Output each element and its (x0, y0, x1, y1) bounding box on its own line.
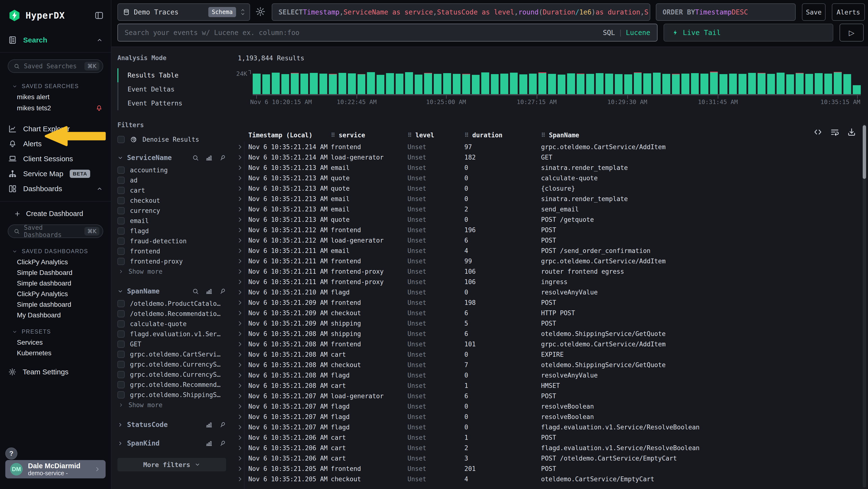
histogram-bar[interactable] (434, 74, 442, 94)
sidebar-item-saved-dashboard[interactable]: ClickPy Analytics (0, 259, 111, 265)
checkbox[interactable] (117, 197, 125, 204)
column-header-spanname[interactable]: ⠿SpanName (541, 132, 863, 139)
expand-row-icon[interactable] (231, 289, 248, 295)
checkbox[interactable] (117, 217, 125, 225)
table-row[interactable]: Nov 6 10:35:21.207 AMflagdUnset0resolveB… (231, 411, 863, 422)
sidebar-item-service-map[interactable]: Service Map BETA (0, 166, 111, 181)
table-row[interactable]: Nov 6 10:35:21.207 AMload-generatorUnset… (231, 391, 863, 401)
histogram-bar[interactable] (777, 73, 784, 94)
expand-row-icon[interactable] (231, 362, 248, 368)
source-selector[interactable]: Demo Traces Schema (117, 3, 250, 21)
histogram-bar[interactable] (358, 74, 366, 94)
sidebar-item-client-sessions[interactable]: Client Sessions (0, 151, 111, 166)
histogram-bar[interactable] (596, 73, 604, 94)
table-row[interactable]: Nov 6 10:35:21.213 AMemailUnset0sinatra.… (231, 194, 863, 204)
mode-results-table[interactable]: Results Table (117, 68, 226, 82)
filter-value-row[interactable]: /oteldemo.ProductCatalo… (117, 298, 226, 309)
sidebar-item-team-settings[interactable]: Team Settings (0, 368, 111, 376)
filter-value-row[interactable]: cart (117, 185, 226, 196)
histogram-bar[interactable] (691, 73, 699, 94)
alerts-button[interactable]: Alerts (832, 3, 865, 21)
table-row[interactable]: Nov 6 10:35:21.213 AMquoteUnset0POST /ge… (231, 214, 863, 225)
filter-value-row[interactable]: calculate-quote (117, 319, 226, 329)
filter-value-row[interactable]: grpc.oteldemo.CurrencyS… (117, 359, 226, 370)
filter-group-spanname[interactable]: SpanName (117, 287, 226, 295)
expand-row-icon[interactable] (231, 445, 248, 451)
bar-chart-icon[interactable] (206, 440, 213, 447)
table-row[interactable]: Nov 6 10:35:21.211 AMfrontend-proxyUnset… (231, 266, 863, 277)
table-row[interactable]: Nov 6 10:35:21.211 AMfrontend-proxyUnset… (231, 277, 863, 287)
saved-dashboards-input[interactable]: Saved Dashboards ⌘K (8, 225, 103, 238)
expand-row-icon[interactable] (231, 144, 248, 150)
histogram-bar[interactable] (291, 73, 299, 94)
histogram-bar[interactable] (815, 73, 823, 94)
filter-value-row[interactable]: flagd.evaluation.v1.Ser… (117, 329, 226, 339)
sidebar-item-saved-search[interactable]: mikes alert (0, 94, 111, 100)
table-row[interactable]: Nov 6 10:35:21.208 AMcartUnset0EXPIRE (231, 349, 863, 359)
expand-row-icon[interactable] (231, 165, 248, 171)
expand-row-icon[interactable] (231, 476, 248, 482)
mode-event-patterns[interactable]: Event Patterns (117, 96, 226, 110)
checkbox[interactable] (117, 177, 125, 184)
checkbox[interactable] (117, 248, 125, 255)
mode-event-deltas[interactable]: Event Deltas (117, 82, 226, 96)
expand-row-icon[interactable] (231, 382, 248, 389)
table-row[interactable]: Nov 6 10:35:21.212 AMfrontendUnset196POS… (231, 225, 863, 235)
histogram-bar[interactable] (710, 72, 718, 94)
histogram-bar[interactable] (824, 74, 832, 94)
histogram-bar[interactable] (348, 74, 356, 94)
table-row[interactable]: Nov 6 10:35:21.209 AMfrontendUnset198POS… (231, 297, 863, 308)
language-sql-toggle[interactable]: SQL (603, 29, 615, 37)
histogram-bar[interactable] (577, 74, 585, 94)
chevron-up-icon[interactable] (96, 185, 103, 192)
filter-value-row[interactable]: fraud-detection (117, 236, 226, 246)
sidebar-item-alerts[interactable]: Alerts (0, 136, 111, 151)
table-row[interactable]: Nov 6 10:35:21.213 AMquoteUnset0calculat… (231, 173, 863, 183)
histogram-bar[interactable] (301, 74, 308, 94)
expand-row-icon[interactable] (231, 455, 248, 461)
histogram-bar[interactable] (262, 74, 270, 94)
expand-row-icon[interactable] (231, 206, 248, 212)
histogram-bar[interactable] (681, 74, 689, 94)
filter-value-row[interactable]: checkout (117, 196, 226, 206)
search-icon[interactable] (192, 154, 199, 162)
drag-handle-icon[interactable]: ⠿ (407, 132, 412, 139)
table-row[interactable]: Nov 6 10:35:21.211 AMfrontendUnset99grpc… (231, 256, 863, 266)
select-expression-input[interactable]: SELECT Timestamp, ServiceName as service… (272, 3, 650, 21)
saved-searches-input[interactable]: Saved Searches ⌘K (8, 59, 103, 73)
show-more-spanname[interactable]: Show more (117, 400, 226, 410)
histogram-bar[interactable] (367, 72, 375, 94)
checkbox[interactable] (117, 207, 125, 214)
checkbox[interactable] (117, 330, 125, 338)
sidebar-item-saved-dashboard[interactable]: Simple Dashboard (0, 269, 111, 276)
histogram-bar[interactable] (310, 73, 318, 94)
histogram-bar[interactable] (329, 74, 337, 94)
histogram-bar[interactable] (634, 73, 642, 94)
checkbox[interactable] (117, 237, 125, 245)
histogram-bar[interactable] (748, 73, 756, 94)
filter-value-row[interactable]: email (117, 216, 226, 226)
expand-row-icon[interactable] (231, 351, 248, 358)
expand-row-icon[interactable] (231, 175, 248, 181)
table-row[interactable]: Nov 6 10:35:21.208 AMshippingUnset6oteld… (231, 328, 863, 339)
histogram-bar[interactable] (538, 73, 546, 94)
histogram-bar[interactable] (662, 74, 670, 94)
histogram-bar[interactable] (701, 74, 708, 94)
filter-group-servicename[interactable]: ServiceName (117, 154, 226, 162)
histogram-bar[interactable] (424, 73, 432, 94)
table-row[interactable]: Nov 6 10:35:21.205 AMcheckoutUnset4oteld… (231, 474, 863, 484)
histogram-bar[interactable] (453, 74, 461, 94)
table-row[interactable]: Nov 6 10:35:21.208 AMfrontendUnset101grp… (231, 339, 863, 349)
event-search-input[interactable]: Search your events w/ Lucene ex. column:… (117, 24, 657, 41)
table-row[interactable]: Nov 6 10:35:21.211 AMemailUnset4POST /se… (231, 246, 863, 256)
expand-row-icon[interactable] (231, 372, 248, 378)
table-row[interactable]: Nov 6 10:35:21.210 AMflagdUnset0resolveA… (231, 287, 863, 297)
live-tail-button[interactable]: Live Tail (663, 24, 833, 41)
checkbox[interactable] (117, 300, 125, 307)
table-row[interactable]: Nov 6 10:35:21.205 AMfrontendUnset201POS… (231, 463, 863, 474)
histogram-bar[interactable] (739, 74, 746, 94)
expand-row-icon[interactable] (231, 154, 248, 161)
presets-section[interactable]: PRESETS (0, 328, 111, 335)
drag-handle-icon[interactable]: ⠿ (331, 132, 335, 139)
drag-handle-icon[interactable]: ⠿ (464, 132, 469, 139)
